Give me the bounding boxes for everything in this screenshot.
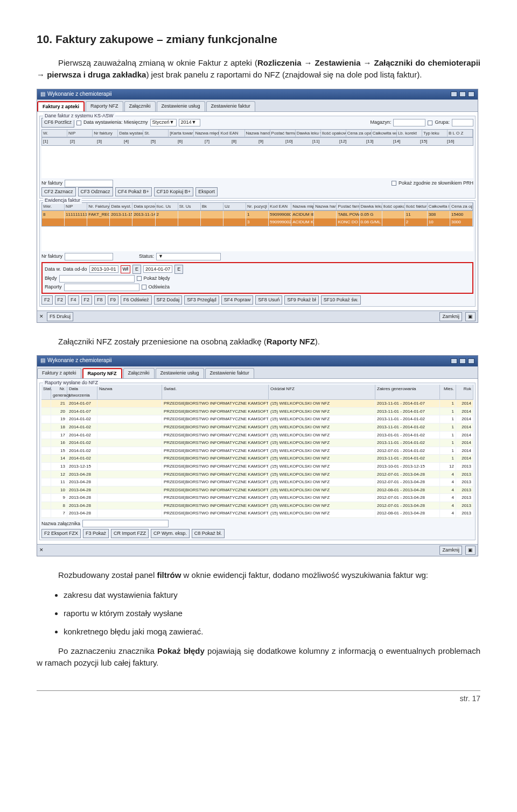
grid-header-cell[interactable]: Postać farmaceutyczna leku [337,203,359,211]
date-from-input[interactable]: 2013-10-01 [89,265,118,273]
grid-header-cell[interactable]: Cena za opa [zł] [450,203,473,211]
pokaz-bledy-checkbox[interactable] [137,276,142,281]
table-row[interactable]: 202014-01-07PRZEDSIĘBIORSTWO INFORMATYCZ… [41,408,473,416]
table-row[interactable]: 62013-04-28PRZEDSIĘBIORSTWO INFORMATYCZN… [41,518,473,518]
grid-header-cell[interactable]: Data sprzedaży [132,203,155,211]
grid-header-cell[interactable]: Kod EAN [269,203,291,211]
col-oddzial[interactable]: Oddział NFZ [269,385,375,399]
col-mies[interactable]: Mies. [440,385,456,399]
fn-button[interactable]: SF2 Dodaj [154,295,183,305]
fn-button[interactable]: F2 [55,295,66,305]
cmd-button[interactable]: CF2 Zaznacz [41,187,76,196]
grid-header-cell[interactable]: Nr. pozycji faktury [246,203,269,211]
grid-header-cell[interactable]: Ilość opakowań na fakturze [szt.] [321,130,346,138]
grid-header-cell[interactable]: Nazwa handlowa leku [314,203,337,211]
grid-header-cell[interactable]: Bk [201,203,223,211]
grid-header-cell[interactable]: Nazwa międzyn. leku wg wykazu substancji… [194,130,219,138]
filter-bledy-select[interactable] [59,275,135,283]
minimize-icon[interactable] [451,91,457,97]
grid-header-cell[interactable]: Lb. korekt [397,130,422,138]
status-select[interactable]: ▼ [156,253,221,260]
table-row[interactable]: 122013-04-28PRZEDSIĘBIORSTWO INFORMATYCZ… [41,471,473,479]
col-data-utw[interactable]: Data utworzenia [67,385,97,399]
table-row[interactable]: 172014-01-02PRZEDSIĘBIORSTWO INFORMATYCZ… [41,432,473,440]
checkbox-cf6[interactable] [76,121,81,125]
fn-button[interactable]: SF9 Pokaż bł [284,295,319,305]
col-swiad[interactable]: Świad. [162,385,269,399]
grid-header-cell[interactable]: NIP [67,130,93,138]
close-button-2[interactable]: Zamknij [439,546,462,555]
grid-header-cell[interactable]: Data wyst. [110,203,132,211]
table-row[interactable]: 142014-01-02PRZEDSIĘBIORSTWO INFORMATYCZ… [41,455,473,463]
grid-header-cell[interactable]: Postać farmaceutyczna leku [Karta towaru… [270,130,296,138]
grid-header-cell[interactable]: Całkowita ilość fakturowanego leku [428,203,450,211]
grid-header-cell[interactable]: Iloc. Us [156,203,178,211]
tab-faktury-z-apteki[interactable]: Faktury z apteki [37,101,85,111]
grid-header-cell[interactable]: Typ leku [422,130,448,138]
close-icon[interactable] [468,358,474,364]
cmd-button[interactable]: Eksport [195,187,218,196]
date-to-input[interactable]: 2014-01-07 [143,265,172,273]
table-row[interactable]: 212014-01-07PRZEDSIĘBIORSTWO INFORMATYCZ… [41,400,473,408]
table-row[interactable]: 102013-04-28PRZEDSIĘBIORSTWO INFORMATYCZ… [41,486,473,495]
grid-header-cell[interactable]: NIP [65,203,87,211]
fn-button[interactable]: F2 Eksport FZX [41,529,81,538]
close-x-icon[interactable]: ✕ [39,313,44,320]
table-row[interactable]: 35909990025814ACIDUM KLODRON BONEFOS IZK… [42,218,473,226]
fn-button[interactable]: F2 [81,295,93,305]
grid-header-cell[interactable]: Cena za opakowanie na fakturze [zł] [346,130,372,138]
maximize-icon[interactable] [459,91,466,97]
grid-header-cell[interactable]: Ilość opakowań na fakturze [382,203,405,211]
close-icon[interactable] [468,91,474,97]
tab-zestawienie-faktur[interactable]: Zestawienie faktur [206,101,255,111]
grid-header-cell[interactable]: B L O Z [448,130,473,138]
maximize-icon[interactable] [459,358,466,364]
grid-header-cell[interactable]: Ilość fakturowanego leku [sztuk] [405,203,428,211]
magazyn-select[interactable] [393,119,425,126]
grid-header-cell[interactable]: Kod EAN [219,130,244,138]
footer-extra-button-2[interactable]: ▣ [465,546,476,555]
grid-header-cell[interactable]: Nazwa międzynarodowa leku wg wykazu subs… [291,203,314,211]
nr-faktury-input-2[interactable] [65,253,113,260]
grid-header-cell[interactable]: Nazwa handlowa leku [Karta towaru] [245,130,270,138]
tab-zalaczniki[interactable]: Załączniki [124,101,156,111]
grid-header-cell[interactable]: Wer. [42,203,65,211]
table-row[interactable]: 92013-04-28PRZEDSIĘBIORSTWO INFORMATYCZN… [41,494,473,502]
cmd-button[interactable]: CF3 Odznacz [78,187,113,196]
fn-button[interactable]: F6 Odśwież [121,295,152,305]
grid-header-cell[interactable]: Nr faktury [93,130,118,138]
col-rok[interactable]: Rok [456,385,473,399]
table-row[interactable]: 132013-12-15PRZEDSIĘBIORSTWO INFORMATYCZ… [41,463,473,471]
table-row[interactable]: 112013-04-28PRZEDSIĘBIORSTWO INFORMATYCZ… [41,478,473,486]
table-row[interactable]: 162014-01-02PRZEDSIĘBIORSTWO INFORMATYCZ… [41,439,473,447]
month-select[interactable]: Styczeń ▼ [150,119,177,126]
date-to-picker[interactable]: E [174,265,183,274]
grid-header-cell[interactable]: Całkowita wartość na fakturze [372,130,397,138]
fn-button[interactable]: SF4 Popraw [221,295,254,305]
grid-header-cell[interactable]: [Karta towaru] [169,130,194,138]
fn-button[interactable]: SF10 Pokaż św. [321,295,361,305]
cmd-button[interactable]: CF10 Kopiuj B+ [154,187,193,196]
table-row[interactable]: 152014-01-02PRZEDSIĘBIORSTWO INFORMATYCZ… [41,447,473,455]
grid-header-cell[interactable]: W. [42,130,67,138]
grid-header-cell[interactable]: Dawka leku w postaci farmaceutycznej [360,203,382,211]
grid-header-cell[interactable]: Nr. Faktury [87,203,110,211]
table-row[interactable]: 82013-04-28PRZEDSIĘBIORSTWO INFORMATYCZN… [41,502,473,510]
nr-faktury-input[interactable] [65,180,113,187]
fn-button[interactable]: CR Import FZZ [111,529,149,538]
grupa-checkbox[interactable] [428,121,432,125]
tab-zestawienie-uslug[interactable]: Zestawienie usług [156,368,204,378]
col-stat[interactable]: Stat. [41,385,51,399]
fn-button[interactable]: F3 Pokaż [83,529,109,538]
fn-button[interactable]: CP Wym. eksp. [151,529,190,538]
date-from-picker[interactable]: E [132,265,141,274]
filter-raporty-select[interactable] [64,284,139,291]
grid-header-cell[interactable]: St. [143,130,169,138]
grupa-select[interactable] [452,119,473,126]
fn-button[interactable]: SF3 Przegląd [184,295,219,305]
tab-raporty-nfz[interactable]: Raporty NFZ [82,368,122,378]
odswieza-checkbox[interactable] [142,285,146,290]
tab-zestawienie-faktur[interactable]: Zestawienie faktur [205,368,254,378]
tab-zalaczniki[interactable]: Załączniki [123,368,155,378]
fn-button[interactable]: F4 [68,295,79,305]
